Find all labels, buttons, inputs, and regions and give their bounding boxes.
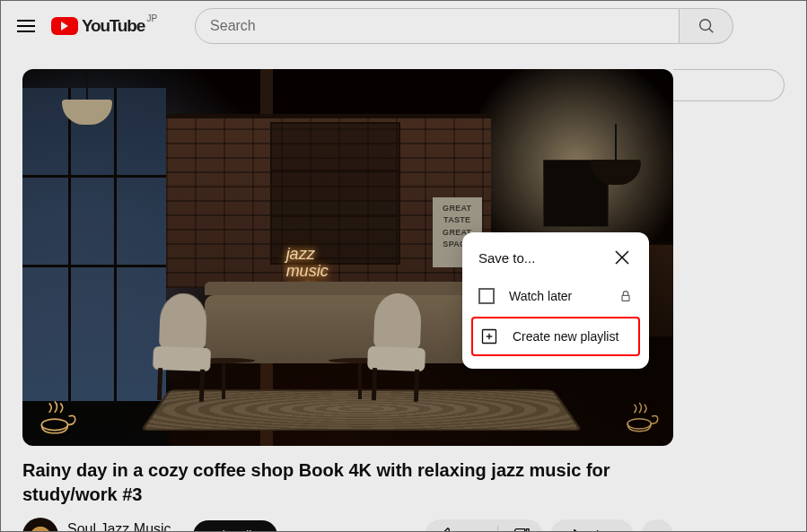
channel-watermark-icon <box>33 392 80 439</box>
checkbox-unchecked-icon[interactable] <box>478 288 495 304</box>
thumbs-up-icon <box>437 526 457 532</box>
share-button[interactable]: Share <box>550 519 634 532</box>
save-panel-title: Save to... <box>478 250 535 266</box>
playlist-label: Watch later <box>509 289 604 303</box>
channel-info: Soul Jazz Music 35.2K subscribers <box>67 520 171 533</box>
share-pill: Share <box>550 519 634 532</box>
create-playlist-highlight: Create new playlist <box>471 317 640 356</box>
video-meta-row: Soul Jazz Music 35.2K subscribers Subscr… <box>22 518 673 532</box>
svg-point-3 <box>627 419 651 429</box>
scene-shelves <box>270 122 400 266</box>
save-panel-header: Save to... <box>462 245 649 279</box>
close-button[interactable] <box>611 247 633 268</box>
scene-sofa <box>205 295 478 363</box>
svg-point-2 <box>41 419 67 430</box>
like-dislike-pill: 20K <box>425 519 543 532</box>
create-new-playlist-button[interactable]: Create new playlist <box>473 318 638 354</box>
playlist-row-watch-later[interactable]: Watch later <box>462 279 649 313</box>
more-actions-button[interactable] <box>641 519 673 532</box>
search-button[interactable] <box>680 8 733 44</box>
channel-name[interactable]: Soul Jazz Music <box>67 520 171 533</box>
share-label: Share <box>588 528 621 532</box>
side-column <box>695 69 785 532</box>
search-icon <box>697 16 716 36</box>
video-actions: 20K Share <box>425 519 673 532</box>
channel-watermark-icon <box>620 395 662 437</box>
like-count: 20K <box>462 528 485 532</box>
save-to-panel: Save to... Watch later Create new playli… <box>462 232 649 369</box>
close-icon <box>611 247 633 268</box>
search-input[interactable] <box>195 8 680 44</box>
svg-point-0 <box>699 20 710 31</box>
content-area: jazz music coffee GREAT TASTE GREAT SPAC… <box>1 51 806 532</box>
svg-rect-9 <box>622 295 629 301</box>
svg-line-1 <box>708 29 712 32</box>
scene-window <box>22 88 166 401</box>
add-playlist-icon <box>480 327 498 345</box>
thumbs-down-icon <box>511 526 531 532</box>
subscribe-button[interactable]: Subscribe <box>193 520 277 532</box>
video-title: Rainy day in a cozy coffee shop Book 4K … <box>22 458 673 507</box>
region-code: JP <box>146 13 157 23</box>
youtube-play-icon <box>51 17 78 35</box>
like-button[interactable]: 20K <box>425 519 497 532</box>
channel-avatar[interactable] <box>22 518 58 532</box>
create-playlist-label: Create new playlist <box>513 329 631 344</box>
lock-icon <box>618 289 633 303</box>
ellipsis-icon <box>648 527 666 532</box>
brand-text: YouTube <box>82 16 145 36</box>
menu-hamburger-button[interactable] <box>15 15 37 37</box>
scene-chair <box>359 292 434 402</box>
scene-chair <box>145 292 220 402</box>
search-container <box>195 8 733 44</box>
share-arrow-icon <box>563 526 583 532</box>
side-placeholder-pill[interactable] <box>673 69 785 101</box>
header-bar: YouTube JP <box>1 1 806 51</box>
youtube-logo[interactable]: YouTube JP <box>51 16 145 36</box>
dislike-button[interactable] <box>498 519 543 532</box>
